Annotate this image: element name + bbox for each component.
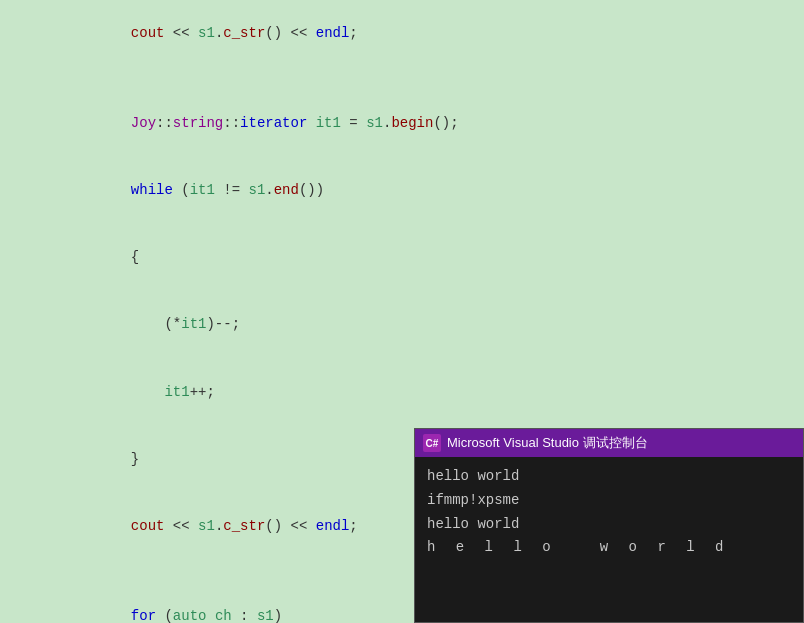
- code-line-7: it1++;: [0, 358, 804, 425]
- terminal-title: Microsoft Visual Studio 调试控制台: [447, 434, 648, 452]
- code-line-5: {: [0, 224, 804, 291]
- code-line-1: cout << s1.c_str() << endl;: [0, 0, 804, 67]
- terminal-content: hello world ifmmp!xpsme hello world h e …: [415, 457, 803, 622]
- terminal-line-1: hello world: [427, 465, 791, 489]
- code-line-3: Joy::string::iterator it1 = s1.begin();: [0, 90, 804, 157]
- terminal-line-2: ifmmp!xpsme: [427, 489, 791, 513]
- code-line-blank-1: [0, 67, 804, 89]
- code-token: cout: [131, 25, 165, 41]
- editor-container: cout << s1.c_str() << endl; Joy::string:…: [0, 0, 804, 623]
- terminal-title-bar: C# Microsoft Visual Studio 调试控制台: [415, 429, 803, 457]
- terminal-line-3: hello world: [427, 513, 791, 537]
- terminal-icon: C#: [423, 434, 441, 452]
- terminal-window: C# Microsoft Visual Studio 调试控制台 hello w…: [414, 428, 804, 623]
- terminal-line-4: h e l l o w o r l d: [427, 536, 791, 560]
- code-line-4: while (it1 != s1.end()): [0, 157, 804, 224]
- code-line-6: (*it1)--;: [0, 291, 804, 358]
